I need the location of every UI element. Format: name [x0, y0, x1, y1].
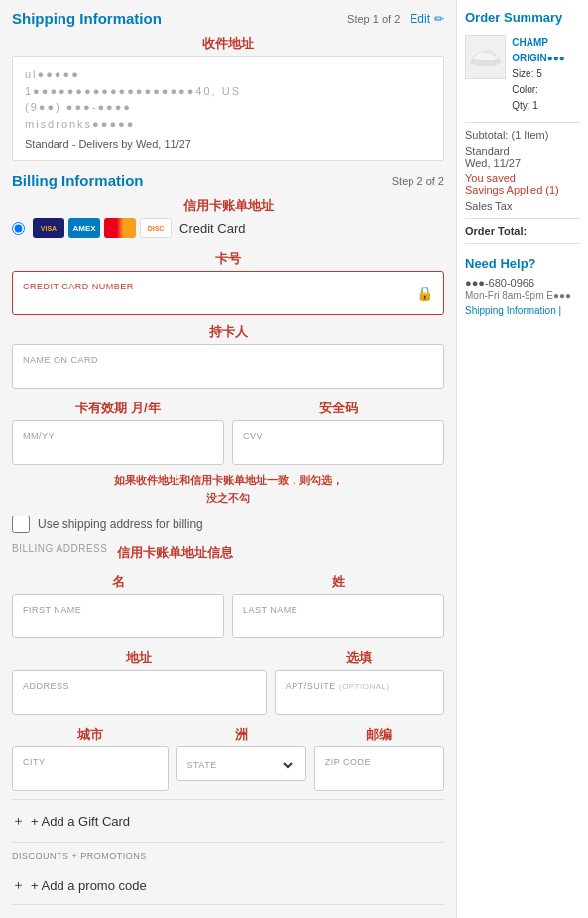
annotation-cvv: 安全码 — [232, 400, 444, 417]
subtotal-label: Subtotal: (1 Item) — [465, 129, 548, 141]
credit-card-option[interactable] — [12, 222, 25, 235]
name-on-card-field[interactable]: NAME ON CARD — [12, 344, 444, 389]
annotation-last-name: 姓 — [232, 573, 444, 591]
mastercard-icon — [104, 218, 136, 238]
edit-shipping-link[interactable]: Edit ✏ — [410, 12, 444, 26]
shipping-row: Standard Wed, 11/27 — [465, 145, 580, 169]
use-shipping-checkbox-row[interactable]: Use shipping address for billing — [12, 516, 444, 533]
state-select[interactable] — [276, 757, 295, 774]
promo-code-row[interactable]: ＋ + Add a promo code — [12, 866, 444, 905]
add-gift-card-row[interactable]: ＋ + Add a Gift Card — [12, 799, 444, 843]
promo-label: + Add a promo code — [31, 878, 147, 893]
expiry-field[interactable]: MM/YY — [12, 420, 224, 465]
zip-input[interactable] — [325, 769, 433, 784]
billing-address-section: BILLING ADDRESS 信用卡账单地址信息 名 FIRST NAME 姓 — [12, 543, 444, 791]
amex-icon: AMEX — [68, 218, 100, 238]
cc-number-label: CREDIT CARD NUMBER — [23, 282, 433, 291]
shoe-image — [466, 40, 505, 74]
cc-number-field[interactable]: CREDIT CARD NUMBER 🔒 — [12, 271, 444, 315]
summary-divider-1 — [465, 122, 580, 123]
apt-field[interactable]: APT/SUITE (OPTIONAL) — [275, 670, 444, 715]
first-name-label: FIRST NAME — [23, 605, 213, 615]
billing-step: Step 2 of 2 — [392, 175, 444, 187]
total-row: Order Total: — [465, 225, 580, 237]
product-row: CHAMP ORIGIN●●● Size: 5 Color: Qty: 1 — [465, 35, 580, 114]
cvv-input[interactable] — [243, 443, 433, 458]
expiry-input[interactable] — [23, 443, 213, 458]
lock-icon: 🔒 — [416, 286, 433, 301]
shipping-info-link[interactable]: Shipping Information | — [465, 305, 580, 316]
annotation-checkbox-else: 没之不勾 — [12, 491, 444, 506]
annotation-name-card: 持卡人 — [12, 323, 444, 341]
savings-row: You saved Savings Applied (1) — [465, 172, 580, 196]
annotation-checkbox-if: 如果收件地址和信用卡账单地址一致，则勾选， — [12, 473, 444, 488]
shipping-title: Shipping Information — [12, 10, 162, 27]
annotation-state: 洲 — [176, 726, 306, 744]
address-label: ADDRESS — [23, 681, 256, 691]
city-input[interactable] — [23, 769, 158, 784]
name-on-card-input[interactable] — [23, 367, 433, 382]
payment-label: Credit Card — [179, 221, 245, 236]
cvv-field[interactable]: CVV — [232, 420, 444, 465]
annotation-address: 地址 — [12, 649, 267, 667]
checkbox-label: Use shipping address for billing — [38, 517, 203, 531]
visa-icon: VISA — [33, 218, 64, 238]
annotation-apt: 选填 — [275, 649, 444, 667]
expiry-label: MM/YY — [23, 431, 213, 441]
annotation-zip: 邮编 — [314, 726, 444, 744]
shipping-phone: (9●●) ●●●-●●●● — [25, 99, 431, 116]
tax-row: Sales Tax — [465, 200, 580, 212]
idme-row[interactable]: ＋ + Add ID.me discount — [12, 905, 444, 918]
city-label: CITY — [23, 757, 158, 767]
product-name: CHAMP ORIGIN●●● — [512, 35, 580, 66]
add-gift-card-label: + Add a Gift Card — [31, 814, 130, 829]
last-name-input[interactable] — [243, 617, 433, 631]
billing-address-title: BILLING ADDRESS — [12, 543, 107, 554]
product-info: CHAMP ORIGIN●●● Size: 5 Color: Qty: 1 — [512, 35, 580, 114]
annotation-cc: 卡号 — [12, 250, 444, 268]
address-field[interactable]: ADDRESS — [12, 670, 267, 715]
order-summary-sidebar: Order Summary CHAMP ORIGIN●●● Size: 5 Co… — [456, 0, 588, 918]
edit-icon: ✏ — [434, 12, 444, 26]
shipping-address: 1●●●●●●●●●●●●●●●●●●●40, US — [25, 83, 431, 100]
apt-label: APT/SUITE (OPTIONAL) — [286, 681, 433, 691]
shipping-box: ul●●●●● 1●●●●●●●●●●●●●●●●●●●40, US (9●●)… — [12, 56, 444, 161]
last-name-field[interactable]: LAST NAME — [232, 594, 444, 638]
discounts-title: DISCOUNTS + PROMOTIONS — [12, 851, 444, 861]
annotation-shipping: 收件地址 — [12, 35, 444, 53]
discover-icon: DISC — [140, 218, 172, 238]
plus-promo-icon: ＋ — [12, 876, 25, 894]
cc-number-group: CREDIT CARD NUMBER 🔒 — [12, 271, 444, 315]
shipping-name: ul●●●●● — [25, 66, 431, 83]
name-on-card-label: NAME ON CARD — [23, 355, 433, 365]
name-on-card-group: NAME ON CARD — [12, 344, 444, 389]
card-icons: VISA AMEX DISC — [33, 218, 172, 238]
tax-label: Sales Tax — [465, 200, 513, 212]
saved-label: You saved — [465, 172, 559, 184]
state-field[interactable]: STATE — [176, 746, 306, 781]
zip-label: ZIP CODE — [325, 757, 433, 767]
use-shipping-checkbox[interactable] — [12, 516, 30, 533]
discounts-section: DISCOUNTS + PROMOTIONS ＋ + Add a promo c… — [12, 843, 444, 918]
saved-sub: Savings Applied (1) — [465, 184, 559, 196]
state-label: STATE — [187, 760, 217, 770]
apt-input[interactable] — [286, 693, 433, 708]
city-field[interactable]: CITY — [12, 746, 169, 791]
shipping-method: Standard — [465, 145, 521, 157]
address-input[interactable] — [23, 693, 256, 708]
zip-field[interactable]: ZIP CODE — [314, 746, 444, 791]
annotation-city: 城市 — [12, 726, 169, 744]
annotation-expiry: 卡有效期 月/年 — [12, 400, 224, 417]
shipping-user: misdronks●●●●● — [25, 116, 431, 133]
credit-card-radio[interactable] — [12, 222, 25, 235]
help-phone: ●●●-680-0966 — [465, 277, 580, 288]
payment-options: VISA AMEX DISC Credit Card — [12, 218, 444, 238]
first-name-input[interactable] — [23, 617, 213, 631]
first-name-field[interactable]: FIRST NAME — [12, 594, 224, 638]
annotation-first-name: 名 — [12, 573, 224, 591]
cc-number-input[interactable] — [23, 293, 433, 308]
summary-divider-2 — [465, 218, 580, 219]
annotation-billing-addr: 信用卡账单地址信息 — [117, 544, 233, 562]
plus-gift-icon: ＋ — [12, 812, 25, 830]
total-label: Order Total: — [465, 225, 527, 237]
